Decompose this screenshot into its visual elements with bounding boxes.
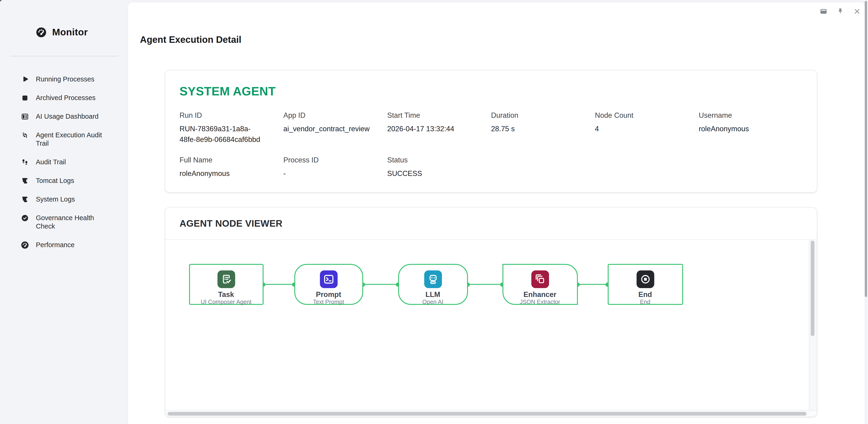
panel-icon[interactable] [819, 7, 827, 15]
page-title: Agent Execution Detail [140, 34, 242, 45]
field-label: Username [699, 111, 803, 120]
field-value: RUN-78369a31-1a8a-48fe-8e9b-06684caf6bbd [180, 123, 266, 145]
window-controls [819, 7, 861, 15]
node-subtitle: Open AI [399, 299, 467, 306]
task-checklist-icon [217, 270, 235, 288]
sidebar-item-agent-execution-audit-trail[interactable]: Agent Execution Audit Trail [21, 131, 128, 148]
node-viewer-header: AGENT NODE VIEWER [165, 207, 816, 240]
field-process-id: Process ID - [283, 156, 387, 179]
stop-square-icon [21, 94, 29, 102]
field-label: App ID [283, 111, 387, 120]
main-panel: Agent Execution Detail SYSTEM AGENT Run … [128, 2, 865, 424]
node-title: Task [190, 290, 262, 299]
play-icon [21, 75, 29, 83]
connector-line [468, 284, 502, 285]
sidebar-item-tomcat-logs[interactable]: Tomcat Logs [21, 176, 128, 185]
vertical-scrollbar[interactable] [809, 240, 816, 410]
field-start-time: Start Time 2026-04-17 13:32:44 [387, 111, 491, 145]
connector-line [578, 284, 608, 285]
robot-icon [424, 270, 442, 288]
field-label: Start Time [387, 111, 491, 120]
pin-icon[interactable] [836, 7, 844, 15]
sidebar-item-performance[interactable]: Performance [21, 240, 128, 249]
node-title: End [609, 290, 682, 299]
node-llm[interactable]: LLM Open AI [398, 264, 468, 305]
sidebar-item-running-processes[interactable]: Running Processes [21, 75, 128, 83]
scroll-icon [21, 195, 29, 203]
sidebar-nav: Running Processes Archived Processes Age… [0, 56, 128, 249]
check-circle-icon [21, 214, 29, 222]
system-agent-fields-row2: Full Name roleAnonymous Process ID - Sta… [180, 156, 802, 179]
field-duration: Duration 28.75 s [491, 111, 595, 145]
system-agent-fields-row1: Run ID RUN-78369a31-1a8a-48fe-8e9b-06684… [180, 111, 802, 145]
node-canvas[interactable]: Task UI Composer Agent Prompt Text Promp… [165, 240, 809, 410]
connector-line [264, 284, 294, 285]
footprints-icon [21, 158, 29, 166]
field-username: Username roleAnonymous [699, 111, 803, 145]
node-title: LLM [399, 290, 467, 299]
node-subtitle: End [609, 299, 682, 306]
field-full-name: Full Name roleAnonymous [180, 156, 283, 179]
node-viewer-title: AGENT NODE VIEWER [180, 217, 802, 229]
node-enhancer[interactable]: Enhancer JSON Extractor [502, 264, 578, 305]
system-agent-title: SYSTEM AGENT [180, 84, 802, 98]
sidebar-item-label: AI Usage Dashboard [36, 112, 98, 121]
node-prompt[interactable]: Prompt Text Prompt [294, 264, 363, 305]
sidebar-item-label: Audit Trail [36, 158, 66, 166]
gauge-icon [21, 241, 29, 249]
sidebar-item-label: Tomcat Logs [36, 176, 74, 185]
sidebar-item-label: Archived Processes [36, 94, 95, 102]
field-label: Process ID [283, 156, 387, 164]
field-label: Node Count [595, 111, 699, 120]
field-app-id: App ID ai_vendor_contract_review [283, 111, 387, 145]
app-logo: Monitor [36, 27, 128, 38]
field-node-count: Node Count 4 [595, 111, 699, 145]
field-label: Full Name [180, 156, 283, 164]
node-subtitle: JSON Extractor [503, 299, 577, 306]
sidebar-item-governance-health-check[interactable]: Governance Health Check [21, 214, 128, 230]
field-value: - [283, 168, 387, 179]
sidebar-item-archived-processes[interactable]: Archived Processes [21, 94, 128, 102]
vertical-scrollbar-thumb[interactable] [811, 240, 814, 336]
field-label: Status [387, 156, 491, 164]
field-value: roleAnonymous [699, 123, 803, 134]
node-subtitle: UI Composer Agent [190, 299, 262, 306]
page-scrollbar[interactable] [865, 0, 867, 424]
app-title: Monitor [52, 27, 88, 38]
sidebar-item-label: Running Processes [36, 75, 95, 83]
page-scrollbar-thumb[interactable] [865, 1, 867, 297]
node-subtitle: Text Prompt [295, 299, 362, 306]
field-label: Duration [491, 111, 595, 120]
agent-node-viewer-card: AGENT NODE VIEWER [165, 207, 817, 417]
copy-stack-icon [531, 270, 549, 288]
status-value: SUCCESS [387, 168, 491, 179]
close-icon[interactable] [853, 7, 861, 15]
field-value: 2026-04-17 13:32:44 [387, 123, 491, 134]
app-root: Monitor Running Processes Archived Proce… [0, 0, 868, 424]
horizontal-scrollbar[interactable] [165, 410, 816, 417]
stop-circle-icon [636, 270, 654, 288]
field-status: Status SUCCESS [387, 156, 491, 179]
node-task[interactable]: Task UI Composer Agent [189, 264, 264, 305]
scroll-icon [21, 176, 29, 185]
field-value: roleAnonymous [180, 168, 283, 179]
route-icon [21, 131, 29, 139]
sidebar-item-label: Agent Execution Audit Trail [36, 131, 111, 148]
field-value: 28.75 s [491, 123, 595, 134]
field-run-id: Run ID RUN-78369a31-1a8a-48fe-8e9b-06684… [180, 111, 283, 145]
sidebar-item-audit-trail[interactable]: Audit Trail [21, 158, 128, 166]
gauge-icon [36, 27, 46, 37]
sidebar-item-system-logs[interactable]: System Logs [21, 195, 128, 203]
node-viewer-body: Task UI Composer Agent Prompt Text Promp… [165, 240, 816, 410]
node-title: Prompt [295, 290, 362, 299]
field-value: 4 [595, 123, 699, 134]
horizontal-scrollbar-thumb[interactable] [167, 412, 806, 416]
node-end[interactable]: End End [608, 264, 683, 305]
sidebar-item-label: Governance Health Check [36, 214, 111, 230]
dashboard-icon [21, 112, 29, 120]
field-label: Run ID [180, 111, 283, 120]
sidebar-item-label: System Logs [36, 195, 75, 203]
terminal-icon [320, 270, 337, 288]
sidebar-item-ai-usage-dashboard[interactable]: Agent Execution Audit Trail AI Usage Das… [21, 112, 128, 121]
connector-line [363, 284, 398, 285]
